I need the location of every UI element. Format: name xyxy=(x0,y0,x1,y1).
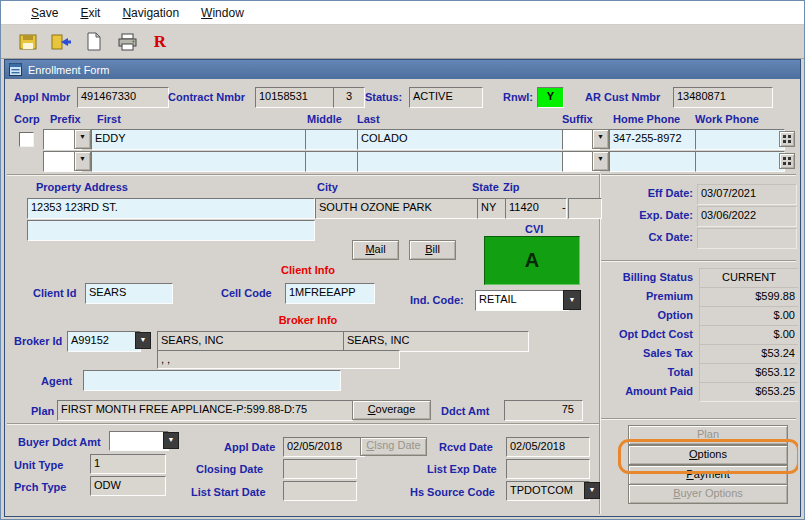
exp-date-field: 03/06/2022 xyxy=(697,206,797,227)
menu-exit[interactable]: Exit xyxy=(80,6,100,20)
payment-button[interactable]: Payment xyxy=(628,465,788,485)
form-body: Appl Nmbr 491467330 Contract Nmbr 101585… xyxy=(5,79,798,514)
bill-button[interactable]: Bill xyxy=(409,240,456,260)
home-phone-label: Home Phone xyxy=(613,113,680,125)
broker-address-field[interactable]: , , xyxy=(157,350,400,369)
unit-type-field[interactable]: 1 xyxy=(90,454,166,474)
work-phone-field[interactable] xyxy=(695,129,785,150)
work-phone-field-2[interactable] xyxy=(695,151,785,172)
ind-code-field[interactable]: RETAIL xyxy=(475,290,569,311)
billing-status-label: Billing Status xyxy=(603,271,693,283)
menu-window[interactable]: Window xyxy=(201,6,244,20)
prefix-label: Prefix xyxy=(50,113,81,125)
exit-icon-glyph xyxy=(50,33,72,51)
sales-tax-label: Sales Tax xyxy=(603,347,693,359)
state-label: State xyxy=(472,181,499,193)
grid-icon xyxy=(783,135,791,143)
last-name-field-2[interactable] xyxy=(357,151,568,172)
eff-date-field: 03/07/2021 xyxy=(697,184,797,205)
window-titlebar[interactable]: Enrollment Form xyxy=(5,60,800,79)
cvi-indicator: A xyxy=(484,236,580,285)
chevron-down-icon: ▼ xyxy=(79,155,86,162)
prefix-dropdown-button-2[interactable]: ▼ xyxy=(74,151,91,171)
contract-seq-field[interactable]: 3 xyxy=(333,87,365,108)
broker-name1-field[interactable]: SEARS, INC xyxy=(157,331,348,352)
suffix-dropdown-button[interactable]: ▼ xyxy=(592,129,609,149)
toolbar: R xyxy=(1,25,804,59)
broker-name2-field[interactable]: SEARS, INC xyxy=(343,331,529,352)
middle-name-field[interactable] xyxy=(305,129,363,150)
city-field[interactable]: SOUTH OZONE PARK xyxy=(315,198,483,219)
save-icon-glyph xyxy=(18,33,38,51)
address-line1-field[interactable]: 12353 123RD ST. xyxy=(27,198,315,219)
status-field[interactable]: ACTIVE xyxy=(409,87,483,108)
contract-nmbr-field[interactable]: 10158531 xyxy=(255,87,339,108)
home-phone-field[interactable]: 347-255-8972 xyxy=(609,129,699,150)
mail-button[interactable]: Mail xyxy=(352,240,399,260)
appl-nmbr-field[interactable]: 491467330 xyxy=(77,87,169,108)
home-phone-field-2[interactable] xyxy=(609,151,699,172)
property-address-label: Property Address xyxy=(36,181,128,193)
enrollment-form-window: Enrollment Form Appl Nmbr 491467330 Cont… xyxy=(4,59,801,517)
closing-date-label: Closing Date xyxy=(196,463,263,475)
closing-date-field[interactable] xyxy=(283,459,357,479)
new-document-icon[interactable] xyxy=(80,28,108,55)
exit-icon[interactable] xyxy=(47,28,75,55)
buyer-ddct-dropdown-button[interactable]: ▼ xyxy=(163,432,179,449)
cx-date-field xyxy=(697,228,797,249)
zip-field[interactable]: 11420 xyxy=(505,198,567,219)
agent-field[interactable] xyxy=(83,370,341,391)
first-name-field[interactable]: EDDY xyxy=(91,129,311,150)
options-button[interactable]: Options xyxy=(628,445,788,465)
print-icon[interactable] xyxy=(113,28,141,55)
zip-label: Zip xyxy=(503,181,520,193)
total-label: Total xyxy=(603,366,693,378)
buyer-ddct-amt-label: Buyer Ddct Amt xyxy=(18,436,101,448)
suffix-dropdown-button-2[interactable]: ▼ xyxy=(592,151,609,171)
ind-code-dropdown-button[interactable]: ▼ xyxy=(563,290,581,310)
appl-nmbr-label: Appl Nmbr xyxy=(14,91,70,103)
corp-checkbox[interactable] xyxy=(19,132,34,147)
buyer-ddct-amt-field[interactable] xyxy=(109,431,169,451)
menu-save[interactable]: Save xyxy=(31,6,58,20)
phone-lov-button[interactable] xyxy=(779,131,795,147)
clsng-date-button: Clsng Date xyxy=(360,437,427,456)
broker-id-field[interactable]: A99152 xyxy=(67,331,141,352)
broker-id-dropdown-button[interactable]: ▼ xyxy=(135,332,151,349)
rcvd-date-label: Rcvd Date xyxy=(439,441,493,453)
ddct-amt-label: Ddct Amt xyxy=(441,405,489,417)
menu-navigation[interactable]: Navigation xyxy=(122,6,179,20)
hs-source-dropdown-button[interactable]: ▼ xyxy=(584,482,600,499)
prefix-dropdown-button[interactable]: ▼ xyxy=(74,129,91,149)
zip4-field[interactable] xyxy=(568,198,602,219)
list-exp-date-field[interactable] xyxy=(506,459,590,479)
right-panel-divider-2 xyxy=(601,418,796,419)
cell-code-field[interactable]: 1MFREEAPP xyxy=(285,283,375,304)
coverage-button[interactable]: Coverage xyxy=(352,400,431,420)
last-name-field[interactable]: COLADO xyxy=(357,129,568,150)
opt-ddct-cost-value: $.00 xyxy=(699,325,798,345)
right-panel-divider xyxy=(601,260,796,261)
prch-type-field[interactable]: ODW xyxy=(90,476,166,496)
middle-name-field-2[interactable] xyxy=(305,151,363,172)
save-icon[interactable] xyxy=(14,28,42,55)
plan-field[interactable]: FIRST MONTH FREE APPLIANCE-P:599.88-D:75 xyxy=(57,400,353,421)
panel-divider xyxy=(599,174,600,514)
report-icon[interactable]: R xyxy=(146,28,174,55)
chevron-down-icon: ▼ xyxy=(597,155,604,162)
client-id-field[interactable]: SEARS xyxy=(85,283,173,304)
ar-cust-nmbr-field[interactable]: 13480871 xyxy=(673,87,773,108)
rnwl-field[interactable]: Y xyxy=(537,87,564,108)
sales-tax-value: $53.24 xyxy=(699,344,798,364)
option-value: $.00 xyxy=(699,306,798,326)
phone-lov-button-2[interactable] xyxy=(779,153,795,169)
rcvd-date-field[interactable]: 02/05/2018 xyxy=(506,437,590,457)
hs-source-code-field[interactable]: TPDOTCOM xyxy=(506,481,590,501)
first-name-field-2[interactable] xyxy=(91,151,311,172)
appl-date-field[interactable]: 02/05/2018 xyxy=(283,437,365,457)
ddct-amt-field[interactable]: 75 xyxy=(504,400,583,421)
chevron-down-icon: ▼ xyxy=(140,336,147,343)
address-line2-field[interactable] xyxy=(27,220,315,241)
list-start-date-field[interactable] xyxy=(283,481,357,501)
broker-id-label: Broker Id xyxy=(14,335,62,347)
